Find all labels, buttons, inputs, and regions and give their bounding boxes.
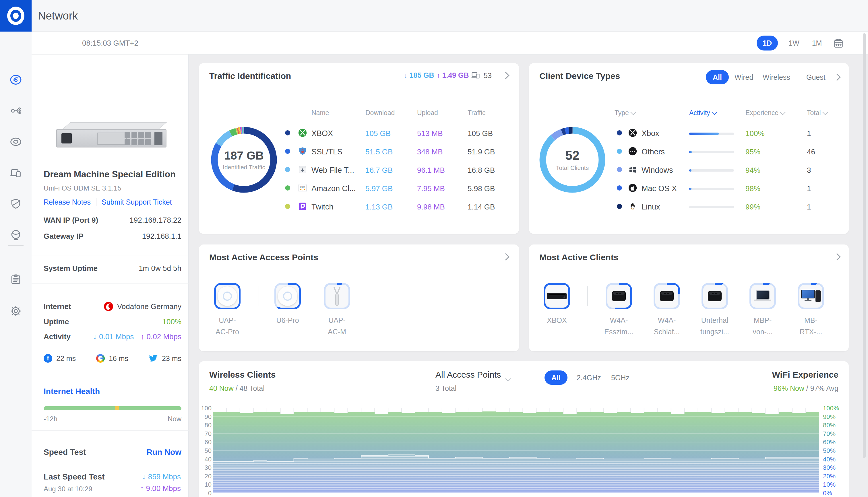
- y-tick-right: 90%: [823, 413, 836, 421]
- client-tile[interactable]: [798, 283, 824, 309]
- col-upload[interactable]: Upload: [417, 109, 438, 117]
- traffic-expand-chevron[interactable]: [502, 72, 509, 79]
- wifi-experience-title: WiFi Experience: [772, 370, 838, 380]
- col-download[interactable]: Download: [365, 109, 395, 117]
- client-types-donut: 52Total Clients: [538, 125, 607, 194]
- twitter-ping: 23 ms: [149, 354, 181, 363]
- devices-icon: [471, 71, 481, 80]
- sidebar-item-system-log[interactable]: [0, 268, 31, 291]
- isp-uptime-label: Uptime: [44, 317, 69, 326]
- y-tick-left: 20: [199, 473, 212, 480]
- activity-down: ↓ 0.01 Mbps: [93, 332, 134, 341]
- ap-tile[interactable]: [275, 283, 301, 309]
- client-tile[interactable]: [750, 283, 776, 309]
- tab-wireless[interactable]: Wireless: [762, 70, 790, 84]
- unifi-logo-icon: [7, 6, 24, 25]
- client-types-expand-chevron[interactable]: [833, 73, 840, 81]
- internet-row: Internet Vodafone Germany: [44, 302, 181, 311]
- clipboard-icon: [10, 273, 22, 286]
- ap-filter-dropdown[interactable]: All Access Points: [435, 370, 501, 380]
- system-uptime-label: System Uptime: [44, 264, 98, 273]
- tab-wired[interactable]: Wired: [734, 70, 753, 84]
- unifi-network-dashboard: Network Dream Machine Special ...: [0, 0, 868, 497]
- calendar-icon[interactable]: [833, 38, 844, 51]
- xbox-app-icon: [298, 128, 307, 140]
- sidebar-item-settings[interactable]: [0, 300, 31, 323]
- y-tick-right: 50%: [823, 447, 836, 455]
- col-name[interactable]: Name: [311, 109, 329, 117]
- health-axis: -12h Now: [44, 415, 181, 423]
- windows-icon: [628, 165, 638, 177]
- sidebar-item-security[interactable]: [0, 192, 31, 215]
- range-1w[interactable]: 1W: [786, 36, 801, 51]
- wifi-tab-all[interactable]: All: [545, 370, 568, 385]
- access-point-icon: [9, 135, 23, 148]
- release-notes-link[interactable]: Release Notes: [44, 198, 91, 206]
- col-type[interactable]: Type: [615, 109, 635, 117]
- y-tick-left: 80: [199, 422, 212, 429]
- health-end: Now: [168, 415, 181, 423]
- wifi-tab-5[interactable]: 5GHz: [611, 370, 629, 385]
- client-tile[interactable]: [606, 283, 632, 309]
- sidebar-item-clients[interactable]: [0, 161, 31, 184]
- xbox-icon: [628, 128, 638, 140]
- col-traffic[interactable]: Traffic: [467, 109, 486, 117]
- unifi-logo[interactable]: [0, 0, 31, 31]
- internet-health-bar: [44, 406, 181, 410]
- gateway-device-image: [53, 119, 168, 156]
- divider: [31, 430, 189, 431]
- y-tick-left: 40: [199, 456, 212, 463]
- y-tick-right: 30%: [823, 464, 836, 471]
- health-start: -12h: [44, 415, 57, 423]
- aps-expand-chevron[interactable]: [502, 253, 509, 260]
- web-file-icon: [298, 165, 307, 177]
- sidebar-item-topology[interactable]: [0, 99, 31, 122]
- app-title: Network: [38, 0, 78, 31]
- col-total[interactable]: Total: [807, 109, 827, 117]
- tab-all[interactable]: All: [706, 70, 729, 84]
- ap-tile[interactable]: [324, 283, 350, 309]
- wifi-tab-24[interactable]: 2.4GHz: [577, 370, 601, 385]
- legend-dot: [285, 148, 290, 154]
- divider: [31, 255, 189, 255]
- traffic-client-count: 53: [471, 71, 492, 80]
- col-experience[interactable]: Experience: [745, 109, 785, 117]
- scrollbar-thumb[interactable]: [863, 33, 866, 458]
- wireless-card-title: Wireless Clients: [209, 370, 276, 380]
- support-ticket-link[interactable]: Submit Support Ticket: [102, 198, 172, 206]
- clients-card-title: Most Active Clients: [540, 253, 619, 262]
- xbox-console-image: [547, 293, 566, 299]
- ap-filter-chevron[interactable]: [505, 376, 511, 382]
- ap-tile[interactable]: [214, 283, 240, 309]
- sidebar-item-dashboard[interactable]: [0, 68, 31, 91]
- client-tile-label: W4A-Esszim...: [596, 314, 642, 338]
- traffic-identification-card: Traffic Identification ↓ 185 GB ↑ 1.49 G…: [199, 63, 519, 234]
- ping-row: f22 ms 16 ms 23 ms: [44, 354, 181, 363]
- last-speed-test-label: Last Speed Test: [44, 472, 105, 482]
- range-1d[interactable]: 1D: [757, 36, 778, 51]
- client-devices-icon: [9, 166, 23, 179]
- run-now-button[interactable]: Run Now: [147, 448, 181, 457]
- y-tick-left: 100: [199, 404, 212, 412]
- y-tick-right: 60%: [823, 439, 836, 446]
- device-links: Release Notes Submit Support Ticket: [44, 198, 172, 206]
- range-1m[interactable]: 1M: [810, 36, 824, 51]
- wireless-counts: 40 Now / 48 Total: [209, 384, 265, 393]
- client-tile[interactable]: [701, 283, 728, 309]
- dashboard-icon: [9, 73, 23, 86]
- total-download: ↓ 185 GB: [404, 71, 434, 80]
- main-content: Traffic Identification ↓ 185 GB ↑ 1.49 G…: [189, 55, 868, 497]
- sidebar-item-unifi-devices[interactable]: [0, 130, 31, 153]
- sidebar-item-wifi[interactable]: [0, 223, 31, 246]
- y-tick-right: 100%: [823, 404, 839, 412]
- clients-expand-chevron[interactable]: [833, 253, 840, 260]
- col-activity[interactable]: Activity: [689, 109, 716, 117]
- client-tile[interactable]: [654, 283, 680, 309]
- legend-dot: [617, 130, 622, 136]
- others-icon: [628, 146, 638, 158]
- client-tile[interactable]: [544, 283, 570, 309]
- aws-icon: aws: [298, 183, 307, 195]
- y-tick-right: 70%: [823, 430, 836, 438]
- ap-tile-label: UAP-AC-Pro: [205, 314, 250, 338]
- tab-guest[interactable]: Guest: [806, 70, 826, 84]
